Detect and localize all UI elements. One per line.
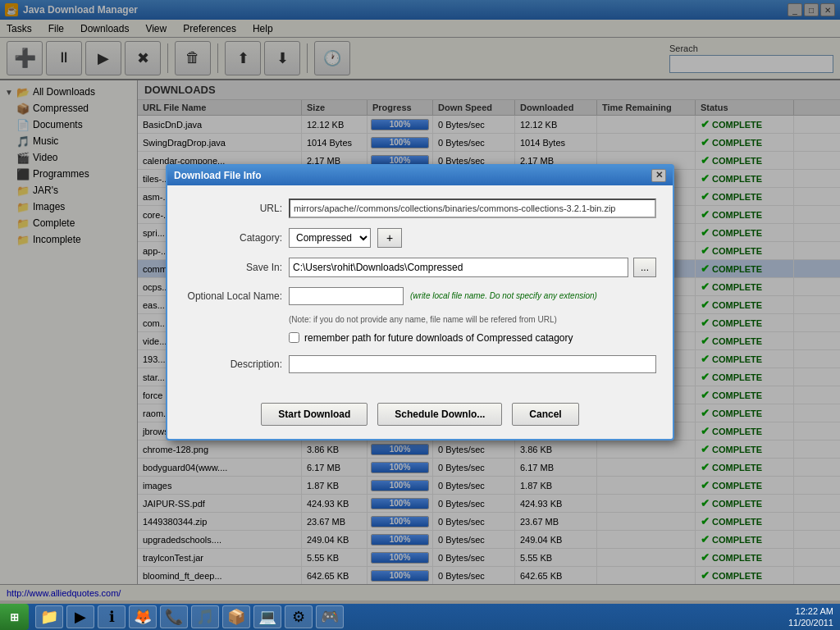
taskbar-app-settings[interactable]: ⚙ <box>285 605 313 628</box>
save-in-inner: ... <box>289 258 656 277</box>
url-row: URL: <box>184 199 656 218</box>
url-label: URL: <box>184 203 282 214</box>
optional-name-label: Optional Local Name: <box>184 290 282 302</box>
taskbar-right: 12:22 AM 11/20/2011 <box>782 605 840 629</box>
remember-path-checkbox[interactable] <box>289 332 299 343</box>
modal-body: URL: Catagory: Compressed Documents Musi… <box>167 185 673 396</box>
modal-footer: Start Download Schedule Downlo... Cancel <box>167 396 673 439</box>
clock-time: 12:22 AM <box>788 605 833 617</box>
description-label: Description: <box>184 358 282 370</box>
description-field[interactable] <box>289 355 656 373</box>
save-in-label: Save In: <box>184 262 282 273</box>
browse-button[interactable]: ... <box>633 258 656 277</box>
app-window: ☕ Java Download Manager _ □ ✕ Tasks File… <box>0 0 840 630</box>
modal-title-bar: Download File Info ✕ <box>167 166 673 185</box>
optional-name-field[interactable] <box>289 287 404 305</box>
optional-name-row: Optional Local Name: (write local file n… <box>184 287 656 305</box>
optional-name-hint: (write local file name. Do not specify a… <box>410 291 597 300</box>
download-file-info-dialog: Download File Info ✕ URL: Catagory: Comp… <box>166 164 674 441</box>
remember-path-row: remember path for future downloads of Co… <box>289 332 656 344</box>
category-label: Catagory: <box>184 232 282 244</box>
taskbar-app-vlc[interactable]: 🎵 <box>191 605 219 628</box>
taskbar-app-firefox[interactable]: 🦊 <box>129 605 157 628</box>
modal-close-button[interactable]: ✕ <box>651 169 666 182</box>
taskbar: ⊞ 📁 ▶ ℹ 🦊 📞 🎵 📦 💻 ⚙ 🎮 12:22 AM 11/20/201… <box>0 604 840 630</box>
taskbar-app-skype[interactable]: 📞 <box>160 605 188 628</box>
taskbar-clock: 12:22 AM 11/20/2011 <box>788 605 833 629</box>
start-download-button[interactable]: Start Download <box>261 403 368 426</box>
optional-name-note: (Note: if you do not provide any name, f… <box>289 315 656 324</box>
taskbar-apps: 📁 ▶ ℹ 🦊 📞 🎵 📦 💻 ⚙ 🎮 <box>29 605 782 628</box>
taskbar-app-explorer[interactable]: 📁 <box>35 605 63 628</box>
modal-title: Download File Info <box>174 170 262 181</box>
taskbar-app-game[interactable]: 🎮 <box>316 605 344 628</box>
save-in-field[interactable] <box>289 258 628 277</box>
remember-path-label: remember path for future downloads of Co… <box>304 332 573 344</box>
modal-overlay: Download File Info ✕ URL: Catagory: Comp… <box>0 0 840 604</box>
start-button[interactable]: ⊞ <box>0 604 29 630</box>
cancel-button[interactable]: Cancel <box>512 403 578 426</box>
add-category-button[interactable]: + <box>377 228 402 248</box>
save-in-row: Save In: ... <box>184 258 656 277</box>
url-field[interactable] <box>289 199 656 218</box>
taskbar-app-media[interactable]: ▶ <box>66 605 94 628</box>
schedule-download-button[interactable]: Schedule Downlo... <box>377 403 502 426</box>
description-row: Description: <box>184 355 656 373</box>
category-row: Catagory: Compressed Documents Music Vid… <box>184 228 656 248</box>
clock-date: 11/20/2011 <box>788 617 833 628</box>
taskbar-app-info[interactable]: ℹ <box>98 605 126 628</box>
start-orb: ⊞ <box>10 611 19 623</box>
taskbar-app-terminal[interactable]: 💻 <box>253 605 281 628</box>
taskbar-app-pkg[interactable]: 📦 <box>222 605 250 628</box>
category-select[interactable]: Compressed Documents Music Video Program… <box>289 228 371 248</box>
